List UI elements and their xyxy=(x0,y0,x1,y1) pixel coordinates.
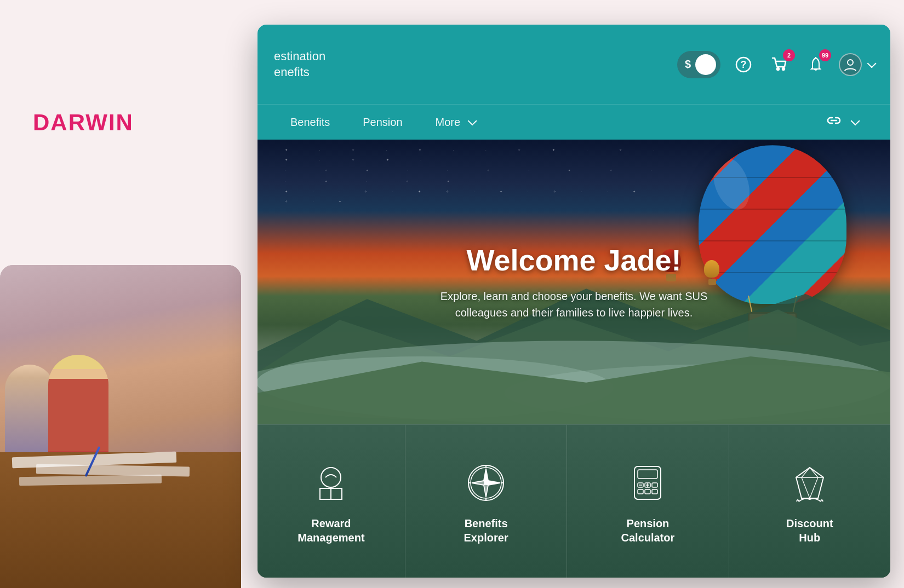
svg-marker-19 xyxy=(486,481,500,485)
calculator-icon xyxy=(623,458,672,508)
svg-text:?: ? xyxy=(741,59,747,70)
reward-icon xyxy=(306,458,356,508)
svg-rect-30 xyxy=(638,489,643,494)
svg-rect-31 xyxy=(645,489,650,494)
link-chevron-icon xyxy=(851,116,860,125)
destination-text: estination enefits xyxy=(274,49,677,80)
nav-item-pension[interactable]: Pension xyxy=(363,116,402,129)
currency-symbol: $ xyxy=(685,58,691,71)
hero-text: Welcome Jade! Explore, learn and choose … xyxy=(415,243,733,321)
svg-point-24 xyxy=(484,481,488,485)
browser-window: estination enefits $ ? xyxy=(258,25,890,578)
more-chevron-icon xyxy=(468,116,477,125)
nav-link-area xyxy=(826,113,857,131)
office-photo xyxy=(0,265,241,588)
svg-rect-26 xyxy=(638,470,657,479)
user-icon xyxy=(843,57,858,72)
tile-reward-label: Reward Management xyxy=(297,516,364,545)
cart-badge: 2 xyxy=(783,49,795,61)
hero-section: ✦ · ✧ · ✦ · · ✧ ✦ · ✧ · ✦ · ✧ ✦ · · ✧ ✦ … xyxy=(258,140,890,424)
cart-button[interactable]: 2 xyxy=(766,51,793,78)
avatar xyxy=(839,53,862,76)
hero-subtitle: Explore, learn and choose your benefits.… xyxy=(415,288,733,321)
bottom-tiles: Reward Management xyxy=(258,424,890,578)
tile-pension-calculator[interactable]: Pension Calculator xyxy=(567,425,729,578)
tile-benefits-explorer[interactable]: Benefits Explorer xyxy=(405,425,567,578)
toggle-circle xyxy=(695,54,716,75)
notification-badge: 99 xyxy=(819,49,831,61)
svg-rect-32 xyxy=(652,489,657,494)
svg-line-41 xyxy=(810,477,818,498)
tile-reward[interactable]: Reward Management xyxy=(258,425,405,578)
svg-marker-18 xyxy=(472,481,486,485)
top-bar-left: estination enefits xyxy=(274,49,677,80)
svg-line-40 xyxy=(802,477,810,498)
tile-benefits-label: Benefits Explorer xyxy=(464,516,508,545)
top-bar-icons: $ ? 2 xyxy=(677,51,874,78)
tile-discount-hub[interactable]: Discount Hub xyxy=(729,425,890,578)
nav-bar: Benefits Pension More xyxy=(258,104,890,140)
nav-item-benefits[interactable]: Benefits xyxy=(290,116,330,129)
svg-point-3 xyxy=(782,68,785,70)
help-button[interactable]: ? xyxy=(730,51,757,78)
svg-point-2 xyxy=(777,68,779,70)
hero-welcome: Welcome Jade! xyxy=(415,243,733,277)
diamond-icon xyxy=(785,458,834,508)
svg-point-5 xyxy=(848,60,853,65)
tile-discount-label: Discount Hub xyxy=(786,516,833,545)
user-button[interactable] xyxy=(839,53,874,76)
top-bar: estination enefits $ ? xyxy=(258,25,890,104)
nav-item-more[interactable]: More xyxy=(436,116,475,129)
svg-rect-29 xyxy=(652,483,657,487)
tile-pension-label: Pension Calculator xyxy=(621,516,675,545)
currency-toggle[interactable]: $ xyxy=(677,51,720,78)
left-panel: DARWIN xyxy=(0,0,258,588)
link-icon[interactable] xyxy=(826,113,842,131)
svg-marker-36 xyxy=(796,468,823,498)
darwin-logo: DARWIN xyxy=(33,109,134,136)
help-icon: ? xyxy=(735,56,752,73)
svg-point-12 xyxy=(321,468,341,487)
notifications-button[interactable]: 99 xyxy=(803,51,829,78)
compass-icon xyxy=(461,458,511,508)
user-chevron-icon xyxy=(867,59,877,68)
